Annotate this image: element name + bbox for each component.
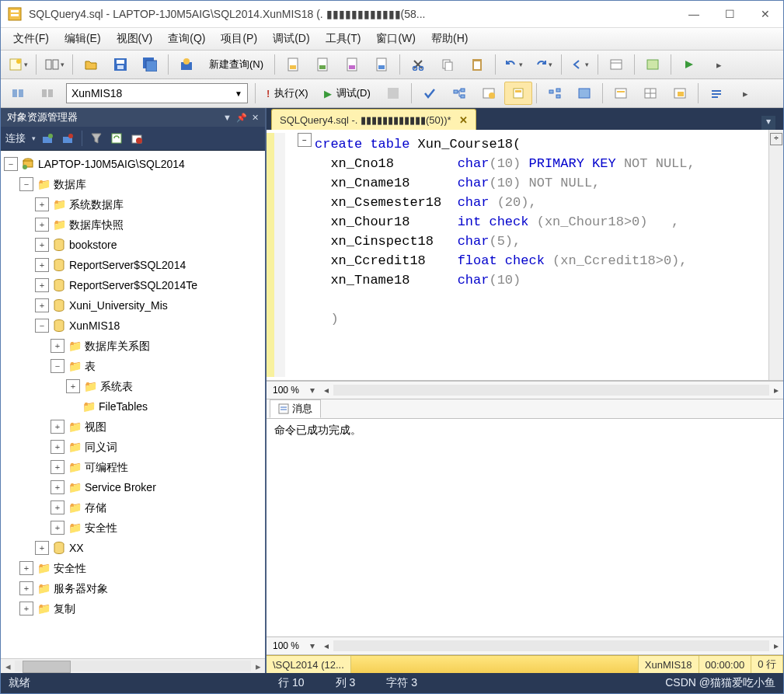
- tree-storage[interactable]: +📁存储: [4, 497, 265, 518]
- scroll-left-icon[interactable]: ◂: [319, 640, 333, 651]
- scroll-left-icon[interactable]: ◂: [319, 385, 333, 396]
- save-button[interactable]: [106, 53, 134, 76]
- comment-button[interactable]: [702, 82, 730, 105]
- doc2-button[interactable]: [308, 53, 336, 76]
- change-connection-button[interactable]: [4, 82, 32, 105]
- menu-window[interactable]: 窗口(W): [368, 30, 423, 48]
- debug-button[interactable]: ▶ 调试(D): [317, 82, 378, 105]
- tree-scroll[interactable]: −LAPTOP-1J0M5AIG\SQL2014 −📁数据库 +📁系统数据库 +…: [1, 151, 265, 658]
- menu-file[interactable]: 文件(F): [5, 30, 57, 48]
- scroll-track[interactable]: [333, 385, 769, 396]
- doc4-button[interactable]: [368, 53, 395, 76]
- execute-button[interactable]: ! 执行(X): [260, 82, 315, 105]
- nav-back-button[interactable]: ▾: [566, 53, 594, 76]
- doc1-button[interactable]: [279, 53, 307, 76]
- menu-debug[interactable]: 调试(D): [265, 30, 317, 48]
- code-text[interactable]: create table Xun_Course18( xn_Cno18 char…: [313, 130, 768, 380]
- redo-button[interactable]: ▾: [529, 53, 557, 76]
- scroll-thumb[interactable]: [23, 661, 71, 673]
- registered-servers-button[interactable]: [639, 53, 667, 76]
- zoom-dropdown-icon[interactable]: ▾: [305, 385, 319, 396]
- tree-databases[interactable]: −📁数据库: [4, 174, 265, 194]
- oe-disconnect-button[interactable]: [59, 130, 76, 147]
- tree-views[interactable]: +📁视图: [4, 417, 265, 437]
- minimize-button[interactable]: —: [676, 1, 712, 27]
- tree-filetables[interactable]: 📁FileTables: [4, 396, 265, 417]
- maximize-button[interactable]: ☐: [712, 1, 747, 27]
- zoom-value-2[interactable]: 100 %: [267, 640, 305, 651]
- tree-tables[interactable]: −📁表: [4, 356, 265, 376]
- menu-help[interactable]: 帮助(H): [423, 30, 476, 48]
- messages-body[interactable]: 命令已成功完成。: [267, 419, 783, 636]
- overflow2-button[interactable]: ▸: [732, 82, 760, 105]
- code-editor[interactable]: − create table Xun_Course18( xn_Cno18 ch…: [267, 130, 783, 381]
- new-query-button[interactable]: 新建查询(N): [202, 53, 270, 76]
- props-button[interactable]: [602, 53, 630, 76]
- tree-snap[interactable]: +📁数据库快照: [4, 214, 265, 235]
- intellisense-button[interactable]: [504, 82, 532, 105]
- scroll-track[interactable]: [15, 661, 251, 671]
- results-file-button[interactable]: [666, 82, 694, 105]
- zoom-value[interactable]: 100 %: [267, 385, 305, 396]
- open-button[interactable]: [77, 53, 105, 76]
- cut-button[interactable]: [404, 53, 432, 76]
- tree-sec2[interactable]: +📁安全性: [4, 558, 265, 578]
- available-db-button[interactable]: [33, 82, 61, 105]
- menu-edit[interactable]: 编辑(E): [57, 30, 109, 48]
- oe-filter-button[interactable]: [88, 130, 105, 147]
- tree-sb[interactable]: +📁Service Broker: [4, 477, 265, 497]
- results-grid-button[interactable]: [636, 82, 664, 105]
- tree-sec[interactable]: +📁安全性: [4, 518, 265, 538]
- overflow-button[interactable]: ▸: [705, 53, 733, 76]
- editor-right-rail[interactable]: ÷: [768, 130, 783, 380]
- cancel-exec-button[interactable]: [379, 82, 407, 105]
- scroll-left-icon[interactable]: ◂: [1, 661, 15, 672]
- tree-rs1[interactable]: +ReportServer$SQL2014: [4, 255, 265, 275]
- save-all-button[interactable]: [136, 53, 164, 76]
- tree-diagram[interactable]: +📁数据库关系图: [4, 336, 265, 356]
- doc3-button[interactable]: [338, 53, 366, 76]
- results-text-button[interactable]: [607, 82, 635, 105]
- actual-plan-button[interactable]: [541, 82, 569, 105]
- tree-rs2[interactable]: +ReportServer$SQL2014Te: [4, 275, 265, 295]
- scroll-right-icon[interactable]: ▸: [769, 640, 783, 651]
- start-button[interactable]: [675, 53, 703, 76]
- oe-connect-button[interactable]: [39, 130, 56, 147]
- split-icon[interactable]: ÷: [770, 133, 782, 145]
- scroll-right-icon[interactable]: ▸: [251, 661, 265, 672]
- tree-hscroll[interactable]: ◂ ▸: [1, 658, 265, 673]
- scroll-right-icon[interactable]: ▸: [769, 385, 783, 396]
- tree-xunmis[interactable]: −XunMIS18: [4, 316, 265, 336]
- tab-close-icon[interactable]: ✕: [459, 114, 468, 126]
- client-stats-button[interactable]: [570, 82, 598, 105]
- menu-tools[interactable]: 工具(T): [318, 30, 369, 48]
- tree-xx[interactable]: +XX: [4, 538, 265, 558]
- menu-view[interactable]: 视图(V): [109, 30, 161, 48]
- tree-bookstore[interactable]: +bookstore: [4, 235, 265, 255]
- panel-close-icon[interactable]: ✕: [252, 113, 259, 123]
- parse-button[interactable]: [416, 82, 444, 105]
- tab-sqlquery4[interactable]: SQLQuery4.sql -. ▮▮▮▮▮▮▮▮▮▮▮▮(50))* ✕: [271, 109, 476, 130]
- tree-srvobj[interactable]: +📁服务器对象: [4, 578, 265, 598]
- tree-prog[interactable]: +📁可编程性: [4, 457, 265, 477]
- estimated-plan-button[interactable]: [445, 82, 473, 105]
- close-button[interactable]: ✕: [747, 1, 783, 27]
- collapse-icon[interactable]: −: [298, 133, 312, 147]
- tree-root[interactable]: −LAPTOP-1J0M5AIG\SQL2014: [4, 154, 265, 174]
- layout-button[interactable]: ▾: [40, 53, 68, 76]
- oe-refresh-button[interactable]: [108, 130, 125, 147]
- tree-repl[interactable]: +📁复制: [4, 598, 265, 619]
- tree-xuni[interactable]: +Xuni_University_Mis: [4, 295, 265, 316]
- copy-button[interactable]: [434, 53, 462, 76]
- messages-tab[interactable]: 消息: [270, 399, 321, 418]
- paste-button[interactable]: [463, 53, 491, 76]
- activity-monitor-button[interactable]: [172, 53, 200, 76]
- new-project-button[interactable]: ▾: [4, 53, 32, 76]
- database-select[interactable]: XunMIS18 ▼: [66, 83, 248, 103]
- undo-button[interactable]: ▾: [500, 53, 528, 76]
- panel-pin-icon[interactable]: 📌: [236, 113, 247, 123]
- menu-query[interactable]: 查询(Q): [160, 30, 213, 48]
- tree-syn[interactable]: +📁同义词: [4, 437, 265, 457]
- scroll-track[interactable]: [333, 640, 769, 651]
- query-options-button[interactable]: [475, 82, 503, 105]
